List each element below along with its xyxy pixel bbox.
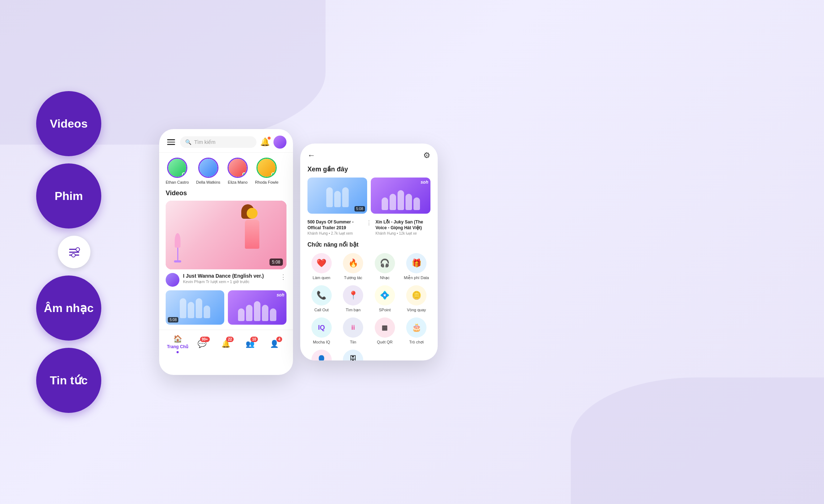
filter-button[interactable] [58, 236, 90, 268]
feature-goi-cuoc[interactable]: 🗄 Gói cước [339, 350, 368, 360]
hamburger-button[interactable] [166, 138, 177, 146]
nav-active-dot [177, 351, 179, 353]
feature-vong-quay[interactable]: 🪙 Vòng quay [403, 285, 431, 312]
story-avatar-2[interactable] [198, 158, 218, 178]
nav-badge-notif: 22 [226, 337, 234, 342]
story-avatar-4[interactable] [256, 158, 277, 178]
videos-section-title: Videos [159, 189, 293, 201]
story-name-3: Eliza Mano [228, 180, 247, 184]
video-author-avatar [166, 273, 179, 287]
recent-video-col-1: 500 Days Of Summer - Offical Trailer 201… [307, 219, 362, 235]
feature-moi-ban[interactable]: 👤 Mời bạn [307, 350, 336, 360]
user-avatar[interactable] [273, 136, 286, 149]
girl-body [245, 220, 259, 249]
recent-more-options-1[interactable]: ⋮ [366, 219, 372, 235]
call-out-label: Call Out [314, 308, 329, 312]
spoint-icon: 💠 [375, 285, 395, 306]
tiin-icon: ii [343, 317, 363, 338]
filter-icon [69, 249, 79, 256]
tim-ban-label: Tìm bạn [346, 308, 361, 312]
circle-am-nhac[interactable]: Âm nhạc [36, 276, 101, 341]
more-options-icon[interactable]: ⋮ [280, 273, 286, 281]
feature-spoint[interactable]: 💠 SPoint [371, 285, 399, 312]
tuong-tac-label: Tương tác [344, 276, 362, 280]
girl-figure [239, 208, 265, 269]
thumb-2[interactable]: soh [228, 290, 286, 325]
story-name-1: Ethan Castro [166, 180, 189, 184]
online-dot-1 [182, 172, 186, 176]
quet-qr-label: Quét QR [377, 340, 392, 344]
settings-icon[interactable]: ⚙ [423, 151, 430, 160]
feature-tuong-tac[interactable]: 🔥 Tương tác [339, 253, 368, 280]
circle-videos[interactable]: Videos [36, 91, 101, 156]
mocha-iq-label: Mocha IQ [313, 340, 330, 344]
tuong-tac-icon: 🔥 [343, 253, 363, 273]
stories-row: Ethan Castro Della Watkins Eliza Mano [159, 153, 293, 189]
quet-qr-icon: ▦ [375, 317, 395, 338]
nav-profile[interactable]: 👤 4 [262, 339, 286, 348]
girl-head [247, 208, 258, 219]
thumb-people-2 [238, 290, 276, 325]
story-avatar-3[interactable] [228, 158, 248, 178]
main-video-thumbnail[interactable]: 5:08 [166, 201, 286, 269]
home-icon: 🏠 [173, 334, 182, 343]
recent-thumb-1[interactable]: 5:08 [307, 178, 367, 214]
nav-badge-friends: 10 [250, 337, 258, 342]
nav-notifications[interactable]: 🔔 22 [214, 339, 238, 348]
notification-dot [268, 137, 271, 140]
thumb-people-1 [180, 290, 210, 322]
story-name-2: Della Watkins [196, 180, 220, 184]
feature-tro-choi[interactable]: 🎂 Trò chơi [403, 317, 431, 345]
story-item-4[interactable]: Rhoda Fowle [255, 158, 279, 184]
search-bar[interactable]: 🔍 Tìm kiếm [180, 136, 256, 148]
feature-nhac[interactable]: 🎧 Nhạc [371, 253, 399, 280]
bg-shape-bottom-right [571, 377, 824, 504]
phone2-header: ← ⚙ [300, 144, 438, 165]
thumb-1[interactable]: 5:08 [166, 290, 224, 325]
soh-logo-2: soh [421, 180, 428, 185]
feature-quet-qr[interactable]: ▦ Quét QR [371, 317, 399, 345]
soh-logo: soh [277, 292, 284, 298]
nav-friends[interactable]: 👥 10 [238, 339, 262, 348]
recent-people-1 [326, 178, 349, 211]
feature-lam-quen[interactable]: ❤️ Làm quen [307, 253, 336, 280]
story-item-1[interactable]: Ethan Castro [166, 158, 189, 184]
feature-mien-phi-data[interactable]: 🎁 Miễn phí Data [403, 253, 431, 280]
vong-quay-icon: 🪙 [406, 285, 426, 306]
feature-call-out[interactable]: 📞 Call Out [307, 285, 336, 312]
recent-video-meta-1: Khánh Hưng • 2.7k lượt xem [307, 231, 362, 235]
recent-thumb-2[interactable]: soh [371, 178, 430, 214]
back-button[interactable]: ← [307, 151, 315, 160]
story-item-3[interactable]: Eliza Mano [228, 158, 248, 184]
feature-mocha-iq[interactable]: IQ Mocha IQ [307, 317, 336, 345]
call-out-icon: 📞 [311, 285, 332, 306]
features-grid: ❤️ Làm quen 🔥 Tương tác 🎧 Nhạc 🎁 Miễn ph… [307, 253, 430, 360]
goi-cuoc-icon: 🗄 [343, 350, 363, 360]
lam-quen-label: Làm quen [313, 276, 330, 280]
vong-quay-label: Vòng quay [407, 308, 426, 312]
notification-bell[interactable]: 🔔 [260, 137, 270, 147]
spoint-label: SPoint [379, 308, 391, 312]
phones-container: 🔍 Tìm kiếm 🔔 Ethan Castro [159, 129, 438, 375]
moi-ban-icon: 👤 [311, 350, 332, 360]
thumb-group-inner: soh [228, 290, 286, 325]
circle-tin-tuc[interactable]: Tin tức [36, 348, 101, 413]
story-avatar-1[interactable] [167, 158, 187, 178]
circle-phim[interactable]: Phim [36, 163, 101, 228]
recent-people-2 [382, 178, 420, 214]
mocha-iq-icon: IQ [311, 317, 332, 338]
recent-video-info-row: 500 Days Of Summer - Offical Trailer 201… [300, 219, 438, 238]
recent-video-meta-2: Khánh Hưng • 12k lượt xe [375, 231, 430, 235]
online-dot-4 [271, 172, 275, 176]
video-meta: Kevin Phạm Tr lượt xem • 1 giờ trước [183, 279, 276, 284]
video-thumbnail-bg [166, 201, 286, 269]
features-section: Chức năng nổi bật ❤️ Làm quen 🔥 Tương tá… [300, 238, 438, 360]
nav-home[interactable]: 🏠 Trang Chủ [166, 334, 190, 353]
feature-tim-ban[interactable]: 📍 Tìm bạn [339, 285, 368, 312]
story-item-2[interactable]: Della Watkins [196, 158, 220, 184]
nav-messages[interactable]: 💬 99+ [190, 339, 214, 348]
recent-thumb-group: soh [371, 178, 430, 214]
feature-tiin[interactable]: ii Tiin [339, 317, 368, 345]
nhac-label: Nhạc [380, 276, 390, 280]
nav-badge-profile: 4 [276, 337, 282, 342]
